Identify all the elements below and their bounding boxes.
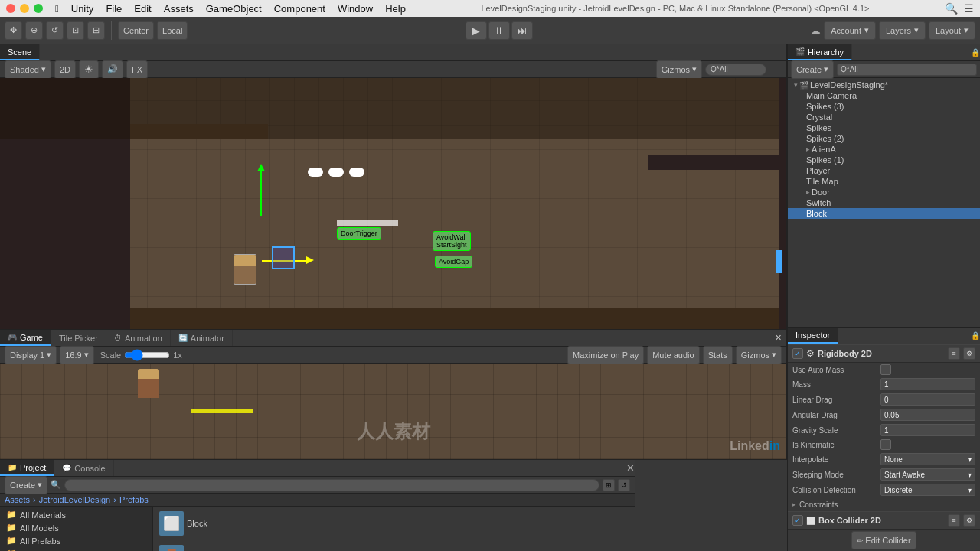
hierarchy-item[interactable]: Tile Map <box>788 176 980 187</box>
rigidbody2d-enabled-checkbox[interactable] <box>792 348 803 359</box>
game-canvas[interactable]: 人人素材 Linkedin <box>0 364 786 459</box>
rigidbody2d-header[interactable]: ⚙ Rigidbody 2D ≡ ⚙ <box>788 344 980 363</box>
breadcrumb-prefabs[interactable]: Prefabs <box>119 495 149 504</box>
game-tab[interactable]: 🎮 Game <box>0 330 51 346</box>
tile-picker-tab[interactable]: Tile Picker <box>51 330 106 346</box>
gravity-scale-value[interactable]: 1 <box>880 424 975 436</box>
hierarchy-item[interactable]: ▸ AlienA <box>788 144 980 155</box>
hierarchy-item-switch[interactable]: Switch <box>788 197 980 208</box>
boxcollider2d-enabled-checkbox[interactable] <box>792 515 803 526</box>
layers-button[interactable]: Layers ▾ <box>879 21 926 40</box>
mass-value[interactable]: 1 <box>880 378 975 390</box>
hierarchy-item[interactable]: Player <box>788 165 980 176</box>
search-icon[interactable]: 🔍 <box>945 2 958 15</box>
breadcrumb-jetroid[interactable]: JetroidLevelDesign <box>39 495 111 504</box>
hierarchy-create-btn[interactable]: Create ▾ <box>791 60 834 79</box>
step-button[interactable]: ⏭ <box>511 21 533 40</box>
constraints-arrow[interactable]: ▸ <box>792 500 796 508</box>
project-file-block[interactable]: ⬜ Block <box>156 510 211 537</box>
project-refresh-btn[interactable]: ↺ <box>618 479 630 491</box>
pause-button[interactable]: ⏸ <box>488 21 510 40</box>
scene-canvas[interactable]: DoorTrigger AvoidWall StartSight AvoidGa… <box>0 78 786 329</box>
hierarchy-item[interactable]: Main Camera <box>788 90 980 101</box>
hierarchy-item[interactable]: ▾ 🎬 LevelDesignStaging* <box>788 80 980 90</box>
hierarchy-item[interactable]: Spikes (2) <box>788 133 980 144</box>
project-create-btn[interactable]: Create ▾ <box>5 476 47 494</box>
close-button[interactable] <box>6 4 15 13</box>
linear-drag-value[interactable]: 0 <box>880 393 975 406</box>
hierarchy-item[interactable]: Crystal <box>788 112 980 122</box>
help-menu[interactable]: Help <box>385 3 406 15</box>
hierarchy-item[interactable]: ▸ Door <box>788 187 980 197</box>
light-button[interactable]: ☀ <box>79 60 99 79</box>
fx-button[interactable]: FX <box>126 60 148 79</box>
component-menu[interactable]: Component <box>274 3 325 15</box>
minimize-button[interactable] <box>20 4 29 13</box>
boxcollider2d-gear-btn[interactable]: ⚙ <box>963 514 975 527</box>
animation-tab[interactable]: ⏱ Animation <box>106 330 171 346</box>
inspector-tab[interactable]: Inspector <box>788 328 838 344</box>
inspector-lock-btn[interactable]: 🔒 <box>971 331 980 340</box>
project-filter-btn[interactable]: ⊞ <box>603 479 615 491</box>
unity-menu[interactable]: Unity <box>71 3 94 15</box>
hierarchy-lock-btn[interactable]: 🔒 <box>971 48 980 57</box>
maximize-on-play-btn[interactable]: Maximize on Play <box>567 346 644 364</box>
hierarchy-item[interactable]: Spikes (1) <box>788 155 980 165</box>
sleeping-mode-dropdown[interactable]: Start Awake ▾ <box>880 468 975 481</box>
hierarchy-item[interactable]: Spikes <box>788 122 980 133</box>
boxcollider2d-header[interactable]: ⬜ Box Collider 2D ≡ ⚙ <box>788 511 980 530</box>
hierarchy-tab[interactable]: 🎬 Hierarchy <box>788 44 852 60</box>
rigidbody2d-script-btn[interactable]: ≡ <box>948 347 960 360</box>
audio-button[interactable]: 🔊 <box>102 60 123 79</box>
layout-button[interactable]: Layout ▾ <box>929 21 975 40</box>
game-gizmos-btn[interactable]: Gizmos ▾ <box>736 346 782 364</box>
rigidbody2d-gear-btn[interactable]: ⚙ <box>963 347 975 360</box>
aspect-button[interactable]: 16:9 ▾ <box>60 346 93 364</box>
project-tree-item[interactable]: 📁 All Prefabs <box>0 534 152 547</box>
angular-drag-value[interactable]: 0.05 <box>880 409 975 421</box>
pivot-button[interactable]: Center <box>118 21 154 40</box>
assets-menu[interactable]: Assets <box>164 3 194 15</box>
2d-button[interactable]: 2D <box>54 60 76 79</box>
collision-detection-dropdown[interactable]: Discrete ▾ <box>880 484 975 496</box>
stats-btn[interactable]: Stats <box>703 346 733 364</box>
edit-menu[interactable]: Edit <box>134 3 151 15</box>
edit-collider-btn[interactable]: ✏ Edit Collider <box>851 531 916 549</box>
rect-tool[interactable]: ⊞ <box>87 21 105 40</box>
hierarchy-item[interactable]: Spikes (3) <box>788 101 980 112</box>
project-close-btn[interactable]: ✕ <box>626 462 635 474</box>
mute-audio-btn[interactable]: Mute audio <box>647 346 699 364</box>
hand-tool[interactable]: ✥ <box>5 21 22 40</box>
project-file-door[interactable]: 🚪 Door <box>156 543 208 551</box>
project-tree-item[interactable]: 📁 All Models <box>0 521 152 534</box>
hierarchy-item-block[interactable]: Block <box>788 208 980 219</box>
breadcrumb-assets[interactable]: Assets <box>5 495 30 504</box>
use-auto-mass-checkbox[interactable] <box>880 364 891 375</box>
cloud-icon[interactable]: ☁ <box>810 24 821 37</box>
project-tree-item[interactable]: 📁 All Scripts <box>0 547 152 551</box>
play-button[interactable]: ▶ <box>466 21 487 40</box>
file-menu[interactable]: File <box>106 3 122 15</box>
boxcollider2d-script-btn[interactable]: ≡ <box>948 514 960 527</box>
gameobject-menu[interactable]: GameObject <box>206 3 262 15</box>
project-search-input[interactable] <box>64 479 599 491</box>
scene-tab[interactable]: Scene <box>0 44 40 60</box>
space-button[interactable]: Local <box>157 21 188 40</box>
account-button[interactable]: Account ▾ <box>824 21 876 40</box>
window-menu[interactable]: Window <box>338 3 373 15</box>
maximize-button[interactable] <box>34 4 43 13</box>
scale-slider[interactable] <box>124 350 170 360</box>
display-button[interactable]: Display 1 ▾ <box>5 346 57 364</box>
list-icon[interactable]: ☰ <box>964 2 974 15</box>
apple-menu[interactable]:  <box>55 3 59 15</box>
game-close-btn[interactable]: ✕ <box>770 329 786 347</box>
gizmos-button[interactable]: Gizmos ▾ <box>656 60 702 79</box>
project-tab[interactable]: 📁 Project <box>0 460 54 476</box>
hierarchy-search-input[interactable] <box>837 64 977 76</box>
project-tree-item[interactable]: 📁 All Materials <box>0 508 152 521</box>
shading-mode-button[interactable]: Shaded ▾ <box>5 60 51 79</box>
is-kinematic-checkbox[interactable] <box>880 439 891 450</box>
scale-tool[interactable]: ⊡ <box>67 21 84 40</box>
animator-tab[interactable]: 🔄 Animator <box>171 330 233 346</box>
rotate-tool[interactable]: ↺ <box>46 21 64 40</box>
